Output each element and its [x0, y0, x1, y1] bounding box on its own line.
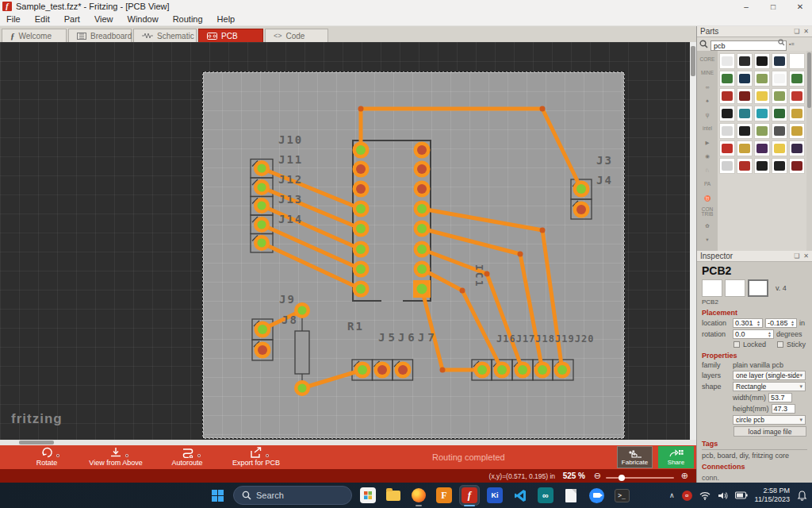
- part-thumbnail[interactable]: [754, 123, 770, 139]
- part-thumbnail[interactable]: [719, 106, 735, 121]
- part-thumbnail[interactable]: [754, 158, 770, 174]
- menu-window[interactable]: Window: [128, 14, 159, 24]
- antivirus-tray-icon[interactable]: ¤: [682, 491, 692, 501]
- part-thumbnail[interactable]: [789, 53, 805, 69]
- height-input[interactable]: 47.3: [772, 404, 795, 414]
- vscode-icon[interactable]: [511, 486, 530, 505]
- part-thumbnail[interactable]: [772, 71, 787, 87]
- parts-category[interactable]: MINE: [701, 67, 714, 81]
- part-thumbnail[interactable]: [754, 71, 770, 87]
- horizontal-scroll-thumb[interactable]: [19, 441, 54, 444]
- tab-pcb[interactable]: PCB: [198, 29, 263, 42]
- zoom-icon[interactable]: [587, 486, 606, 505]
- parts-category[interactable]: ✿: [705, 219, 709, 233]
- part-thumbnail[interactable]: [772, 123, 787, 139]
- part-thumbnail[interactable]: [737, 158, 753, 174]
- part-thumbnail[interactable]: [772, 158, 787, 174]
- part-thumbnail[interactable]: [737, 71, 753, 87]
- layers-dropdown[interactable]: one layer (single-sided)▾: [733, 371, 806, 380]
- part-thumbnail[interactable]: [737, 106, 753, 121]
- parts-category[interactable]: ◉: [705, 150, 710, 164]
- part-thumbnail[interactable]: [789, 158, 805, 174]
- parts-category[interactable]: intel: [703, 122, 712, 137]
- part-thumbnail[interactable]: [772, 53, 787, 69]
- taskbar-search[interactable]: Search: [233, 486, 352, 505]
- minimize-button[interactable]: –: [741, 2, 752, 11]
- parts-category[interactable]: CORE: [700, 52, 715, 67]
- tab-schematic[interactable]: Schematic: [133, 29, 197, 42]
- width-input[interactable]: 53.7: [768, 393, 792, 402]
- canvas-horizontal-scrollbar[interactable]: [0, 440, 696, 445]
- parts-category[interactable]: PA: [704, 178, 710, 192]
- part-thumbnail[interactable]: [789, 88, 805, 104]
- part-thumbnail[interactable]: [754, 88, 770, 104]
- volume-icon[interactable]: [718, 491, 728, 500]
- parts-search-input[interactable]: [710, 40, 787, 51]
- part-thumbnail[interactable]: [789, 123, 805, 139]
- load-image-file-button[interactable]: load image file: [733, 426, 806, 437]
- location-x-spinbox[interactable]: 0.301▲▼: [733, 318, 763, 328]
- notification-bell-icon[interactable]: [797, 490, 807, 501]
- taskbar-clock[interactable]: 2:58 PM 11/15/2023: [755, 487, 790, 505]
- battery-icon[interactable]: [735, 491, 748, 499]
- vertical-scroll-thumb[interactable]: [691, 46, 695, 76]
- rotation-spinbox[interactable]: 0.0▲▼: [733, 329, 774, 339]
- kicad-icon[interactable]: Ki: [485, 486, 504, 505]
- part-thumbnail[interactable]: [737, 88, 753, 104]
- part-thumbnail[interactable]: [719, 158, 735, 174]
- part-thumbnail[interactable]: [789, 106, 805, 121]
- float-panel-icon[interactable]: ❏: [794, 252, 799, 260]
- share-button[interactable]: Share: [658, 446, 694, 468]
- locked-checkbox[interactable]: Locked: [733, 341, 766, 348]
- menu-part[interactable]: Part: [64, 14, 80, 24]
- terminal-icon[interactable]: >_: [612, 486, 631, 505]
- autoroute-button[interactable]: Autoroute: [153, 446, 221, 468]
- parts-category[interactable]: ♉: [704, 191, 710, 206]
- variant-thumb-1[interactable]: [702, 279, 722, 297]
- parts-scroll-thumb[interactable]: [807, 52, 811, 108]
- part-thumbnail[interactable]: [772, 106, 787, 121]
- part-thumbnail[interactable]: [737, 123, 753, 139]
- spinner-arrows-icon[interactable]: ▲▼: [756, 320, 760, 326]
- libreoffice-icon[interactable]: [561, 486, 580, 505]
- sticky-checkbox[interactable]: Sticky: [777, 341, 806, 348]
- fritzing-app-icon[interactable]: f: [460, 486, 479, 505]
- silkscreen-dropdown[interactable]: circle pcb▾: [733, 415, 806, 425]
- location-y-spinbox[interactable]: -0.185▲▼: [765, 318, 797, 328]
- export-for-pcb-button[interactable]: Export for PCB: [222, 446, 290, 468]
- parts-category[interactable]: ♘: [705, 164, 710, 178]
- part-thumbnail[interactable]: [754, 106, 770, 121]
- parts-category[interactable]: CON TRIB: [697, 206, 718, 220]
- variant-thumb-selected[interactable]: [748, 279, 768, 297]
- parts-category[interactable]: ▾: [706, 233, 708, 248]
- firefox-icon[interactable]: [409, 486, 428, 505]
- start-button[interactable]: [208, 486, 227, 505]
- part-thumbnail[interactable]: [772, 140, 787, 156]
- part-thumbnail[interactable]: [719, 88, 735, 104]
- fabricate-button[interactable]: Fabricate: [617, 446, 653, 468]
- maximize-button[interactable]: □: [768, 2, 779, 11]
- parts-category[interactable]: ∞: [706, 80, 710, 94]
- menu-view[interactable]: View: [94, 14, 113, 24]
- parts-category[interactable]: ▶: [706, 136, 710, 150]
- part-thumbnail[interactable]: [772, 88, 787, 104]
- parts-category[interactable]: ♠: [706, 94, 708, 109]
- part-thumbnail[interactable]: [754, 140, 770, 156]
- zoom-slider-knob[interactable]: [619, 475, 625, 481]
- spinner-arrows-icon[interactable]: ▲▼: [768, 331, 772, 337]
- microsoft-store-icon[interactable]: [358, 486, 377, 505]
- part-thumbnail[interactable]: [789, 140, 805, 156]
- part-thumbnail[interactable]: [719, 123, 735, 139]
- zoom-out-icon[interactable]: ⊖: [594, 471, 601, 481]
- parts-category[interactable]: ψ: [706, 108, 710, 122]
- part-thumbnail[interactable]: [789, 71, 805, 87]
- part-thumbnail[interactable]: [737, 53, 753, 69]
- variant-thumb-2[interactable]: [725, 279, 745, 297]
- file-explorer-icon[interactable]: [384, 486, 403, 505]
- tab-code[interactable]: <> Code: [265, 29, 328, 42]
- part-thumbnail[interactable]: [737, 140, 753, 156]
- search-submit-icon[interactable]: [778, 39, 785, 46]
- part-thumbnail[interactable]: [719, 140, 735, 156]
- tray-chevron-up-icon[interactable]: ∧: [669, 491, 675, 499]
- tab-welcome[interactable]: ƒ Welcome: [2, 29, 67, 42]
